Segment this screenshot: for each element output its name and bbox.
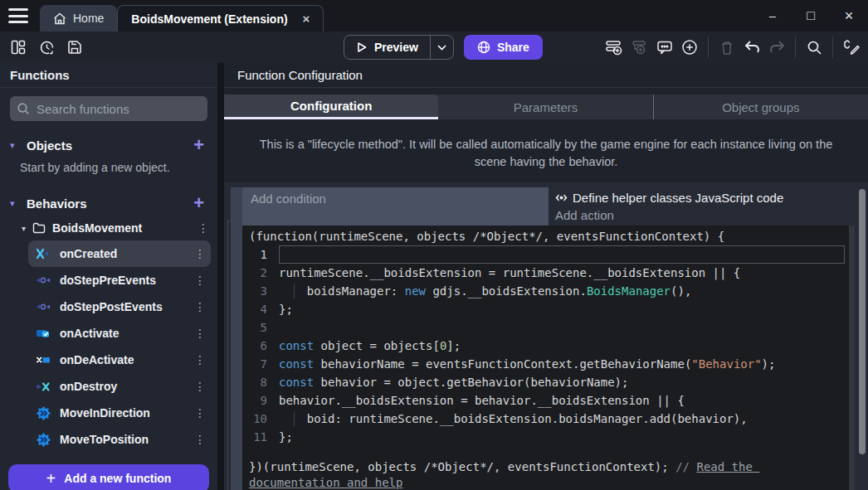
function-item-dosteppostevents[interactable]: doStepPostEvents ⋮ [28, 294, 211, 320]
code-text[interactable]: const behavior = object.getBehavior(beha… [279, 373, 845, 391]
code-text[interactable]: const object = objects[0]; [279, 337, 845, 355]
code-line[interactable]: 4}; [242, 300, 855, 318]
code-line[interactable]: 1 [242, 245, 855, 264]
behaviors-section-label: Behaviors [27, 196, 183, 211]
code-line[interactable]: 5 [242, 318, 855, 337]
code-token: runtimeScene.__boidsExtension = runtimeS… [279, 266, 740, 279]
function-menu-icon[interactable]: ⋮ [193, 247, 207, 260]
code-line[interactable]: 6const object = objects[0]; [242, 337, 855, 355]
event-drag-handle[interactable] [231, 187, 242, 490]
behaviors-section-header[interactable]: ▾ Behaviors + [0, 191, 217, 216]
code-wrapper-footer: })(runtimeScene, objects /*Object*/, eve… [242, 459, 855, 490]
search-functions-box[interactable] [10, 96, 207, 121]
code-text[interactable]: boidsManager: new gdjs.__boidsExtension.… [279, 282, 845, 300]
code-token: })(runtimeScene, objects /*Object*/, eve… [249, 460, 675, 473]
function-menu-icon[interactable]: ⋮ [193, 406, 207, 420]
behavior-folder-row[interactable]: ▾ BoidsMovement ⋮ [0, 216, 217, 240]
code-line[interactable]: 7const behaviorName = eventsFunctionCont… [242, 355, 855, 373]
event-title-row[interactable]: Define helper classes JavaScript code [555, 187, 855, 208]
code-text[interactable] [279, 318, 845, 337]
code-token: (function(runtimeScene, objects /*Object… [249, 230, 724, 243]
code-text[interactable]: runtimeScene.__boidsExtension = runtimeS… [279, 264, 845, 282]
objects-section-header[interactable]: ▾ Objects + [0, 133, 217, 158]
tab-home[interactable]: Home [40, 5, 117, 32]
add-function-button[interactable]: + Add a new function [8, 464, 209, 490]
preview-button[interactable]: Preview [344, 41, 430, 54]
line-number: 2 [242, 264, 279, 282]
add-comment-icon[interactable] [653, 36, 676, 59]
function-item-ondestroy[interactable]: onDestroy ⋮ [28, 373, 211, 400]
function-menu-icon[interactable]: ⋮ [193, 353, 207, 366]
code-text[interactable]: boid: runtimeScene.__boidsExtension.boid… [279, 410, 845, 428]
function-item-oncreated[interactable]: onCreated ⋮ [28, 240, 211, 267]
add-other-event-icon[interactable] [678, 36, 701, 59]
code-editor[interactable]: (function(runtimeScene, objects /*Object… [242, 226, 855, 490]
tab-boidsmovement[interactable]: BoidsMovement (Extension) × [117, 5, 324, 32]
code-text[interactable]: behavior.__boidsExtension = behavior.__b… [279, 391, 845, 410]
minimize-button[interactable]: – [753, 0, 792, 32]
chevron-down-icon[interactable]: ▾ [10, 140, 20, 151]
code-line[interactable]: 2runtimeScene.__boidsExtension = runtime… [242, 264, 855, 282]
panels-layout-icon[interactable] [7, 36, 30, 59]
function-menu-icon[interactable]: ⋮ [193, 327, 207, 340]
sidebar-title: Functions [0, 63, 217, 88]
search-functions-input[interactable] [37, 102, 202, 116]
maximize-button[interactable]: □ [792, 0, 830, 32]
add-action-button[interactable]: Add action [555, 208, 855, 226]
add-event-icon[interactable] [603, 36, 627, 59]
add-subevent-icon[interactable] [628, 36, 651, 59]
code-token: const [279, 357, 314, 371]
save-icon[interactable] [63, 36, 86, 59]
code-line[interactable]: 8const behavior = object.getBehavior(beh… [242, 373, 855, 391]
code-token: behavior.__boidsExtension = behavior.__b… [279, 394, 685, 407]
history-icon[interactable] [35, 36, 58, 59]
code-line[interactable]: 9behavior.__boidsExtension = behavior.__… [242, 391, 855, 410]
code-token: behavior = object.getBehavior(behaviorNa… [314, 376, 628, 389]
close-tab-icon[interactable]: × [303, 12, 310, 26]
code-line[interactable]: 3 boidsManager: new gdjs.__boidsExtensio… [242, 282, 855, 300]
preview-dropdown-button[interactable] [430, 36, 453, 59]
add-object-button[interactable]: + [190, 136, 207, 154]
close-window-button[interactable]: × [830, 0, 868, 32]
events-scrollbar-thumb[interactable] [859, 189, 866, 454]
search-icon[interactable] [802, 36, 826, 59]
edit-extension-icon[interactable] [840, 36, 863, 59]
chevron-down-icon[interactable]: ▾ [22, 224, 26, 233]
deactivate-icon [35, 353, 51, 366]
code-token: BoidsManager [587, 284, 671, 298]
function-menu-icon[interactable]: ⋮ [193, 274, 207, 287]
function-item-label: doStepPreEvents [60, 274, 184, 287]
share-button[interactable]: Share [464, 35, 543, 60]
tab-parameters[interactable]: Parameters [438, 95, 652, 119]
chevron-down-icon[interactable]: ▾ [10, 198, 20, 209]
function-item-onactivate[interactable]: onActivate ⋮ [28, 320, 211, 347]
add-condition-button[interactable]: Add condition [242, 187, 549, 226]
line-number: 10 [242, 410, 279, 428]
delete-icon[interactable] [715, 36, 739, 59]
tab-configuration[interactable]: Configuration [224, 95, 438, 119]
function-menu-icon[interactable]: ⋮ [193, 300, 207, 313]
folder-menu-icon[interactable]: ⋮ [196, 221, 211, 235]
add-behavior-button[interactable]: + [190, 194, 207, 212]
code-token: new [405, 284, 426, 298]
code-token: (), [671, 284, 691, 298]
hamburger-menu-icon[interactable] [8, 8, 28, 23]
function-item-ondeactivate[interactable]: onDeActivate ⋮ [28, 347, 211, 373]
redo-icon[interactable] [765, 36, 788, 59]
code-text[interactable]: const behaviorName = eventsFunctionConte… [279, 355, 845, 373]
function-item-movetoposition[interactable]: MoveToPosition ⋮ [28, 426, 211, 453]
toolbar: Preview Share [0, 32, 868, 63]
function-item-dosteppreevents[interactable]: doStepPreEvents ⋮ [28, 267, 211, 294]
code-line[interactable]: 10 boid: runtimeScene.__boidsExtension.b… [242, 410, 855, 428]
code-text[interactable] [279, 245, 845, 264]
editor-scrollbar[interactable] [849, 226, 855, 490]
code-line[interactable]: 11}; [242, 428, 855, 446]
code-text[interactable]: }; [279, 428, 845, 446]
function-menu-icon[interactable]: ⋮ [193, 380, 207, 393]
tab-object-groups[interactable]: Object groups [653, 95, 868, 119]
function-item-moveindirection[interactable]: MoveInDirection ⋮ [28, 400, 211, 426]
preview-label: Preview [374, 41, 418, 54]
code-text[interactable]: }; [279, 300, 845, 318]
undo-icon[interactable] [740, 36, 763, 59]
function-menu-icon[interactable]: ⋮ [193, 433, 207, 446]
